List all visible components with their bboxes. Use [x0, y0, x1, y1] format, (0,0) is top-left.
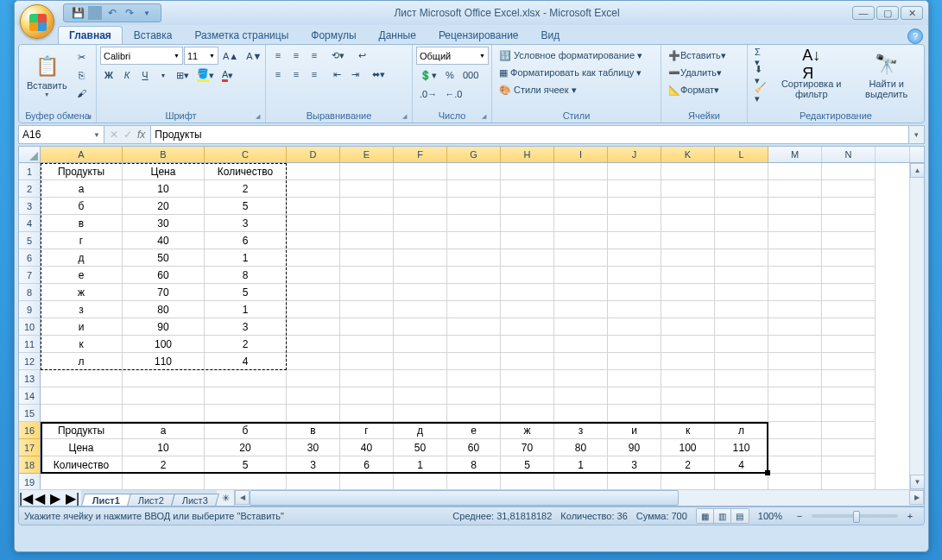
- cell-M18[interactable]: [768, 456, 822, 474]
- currency-button[interactable]: 💲▾: [416, 66, 440, 84]
- cell-G7[interactable]: [447, 267, 501, 284]
- undo-icon[interactable]: ↶: [105, 6, 119, 20]
- cell-C3[interactable]: 5: [205, 198, 287, 215]
- cell-J8[interactable]: [608, 284, 661, 301]
- cell-C17[interactable]: 20: [205, 439, 287, 456]
- cell-C16[interactable]: б: [205, 422, 287, 439]
- cell-C13[interactable]: [205, 370, 287, 387]
- find-select-button[interactable]: 🔭 Найти и выделить: [852, 47, 920, 104]
- cell-F6[interactable]: [394, 249, 447, 267]
- cell-G10[interactable]: [447, 318, 501, 336]
- cell-N3[interactable]: [822, 198, 876, 215]
- cell-D5[interactable]: [287, 232, 340, 249]
- cell-K15[interactable]: [661, 405, 715, 422]
- cell-E11[interactable]: [340, 336, 394, 353]
- cell-M4[interactable]: [768, 215, 822, 232]
- col-header-M[interactable]: M: [768, 147, 822, 162]
- cell-N5[interactable]: [822, 232, 876, 249]
- cell-J14[interactable]: [608, 387, 661, 405]
- ribbon-tab-1[interactable]: Вставка: [123, 26, 184, 44]
- cell-C19[interactable]: [205, 474, 287, 489]
- cell-A15[interactable]: [41, 405, 123, 422]
- cell-H15[interactable]: [501, 405, 554, 422]
- cell-L5[interactable]: [715, 232, 768, 249]
- cell-E7[interactable]: [340, 267, 394, 284]
- cell-N14[interactable]: [822, 387, 876, 405]
- cell-D14[interactable]: [287, 387, 340, 405]
- cell-C14[interactable]: [205, 387, 287, 405]
- cell-H5[interactable]: [501, 232, 554, 249]
- cell-L13[interactable]: [715, 370, 768, 387]
- cell-A10[interactable]: и: [41, 318, 123, 336]
- col-header-E[interactable]: E: [340, 147, 394, 162]
- cell-D7[interactable]: [287, 267, 340, 284]
- cell-A18[interactable]: Количество: [41, 456, 123, 474]
- row-header-13[interactable]: 13: [19, 370, 40, 387]
- orientation-button[interactable]: ⟲▾: [328, 47, 348, 64]
- cell-A5[interactable]: г: [41, 232, 123, 249]
- row-header-16[interactable]: 16: [19, 422, 40, 439]
- col-header-F[interactable]: F: [394, 147, 447, 162]
- cell-I14[interactable]: [554, 387, 608, 405]
- cell-G15[interactable]: [447, 405, 501, 422]
- cell-E2[interactable]: [340, 180, 394, 198]
- cell-D11[interactable]: [287, 336, 340, 353]
- align-right[interactable]: ≡: [306, 66, 323, 83]
- cell-J9[interactable]: [608, 301, 661, 318]
- col-header-J[interactable]: J: [608, 147, 661, 162]
- cell-J10[interactable]: [608, 318, 661, 336]
- cell-E1[interactable]: [340, 163, 394, 180]
- cell-A1[interactable]: Продукты: [41, 163, 123, 180]
- wrap-text-button[interactable]: ↩: [353, 47, 370, 64]
- ribbon-tab-0[interactable]: Главная: [58, 26, 123, 44]
- underline-more[interactable]: ▼: [155, 66, 172, 84]
- cell-D18[interactable]: 3: [287, 456, 340, 474]
- autosum-button[interactable]: Σ ▾: [751, 48, 770, 66]
- col-header-D[interactable]: D: [287, 147, 340, 162]
- cell-L9[interactable]: [715, 301, 768, 318]
- delete-cells-button[interactable]: ➖ Удалить ▾: [665, 64, 743, 81]
- cell-H19[interactable]: [501, 474, 554, 489]
- cell-I9[interactable]: [554, 301, 608, 318]
- cell-E3[interactable]: [340, 198, 394, 215]
- ribbon-tab-3[interactable]: Формулы: [300, 26, 367, 44]
- cell-K11[interactable]: [661, 336, 715, 353]
- name-box[interactable]: A16▼: [18, 125, 104, 144]
- cell-G5[interactable]: [447, 232, 501, 249]
- sheet-tab-2[interactable]: Лист3: [171, 494, 219, 506]
- cell-F19[interactable]: [394, 474, 447, 489]
- cell-G14[interactable]: [447, 387, 501, 405]
- cell-G19[interactable]: [447, 474, 501, 489]
- cell-I12[interactable]: [554, 353, 608, 370]
- cell-B1[interactable]: Цена: [123, 163, 205, 180]
- cell-D15[interactable]: [287, 405, 340, 422]
- cell-K17[interactable]: 100: [661, 439, 715, 456]
- cell-J1[interactable]: [608, 163, 661, 180]
- cell-E8[interactable]: [340, 284, 394, 301]
- cell-J19[interactable]: [608, 474, 661, 489]
- cell-J3[interactable]: [608, 198, 661, 215]
- cell-A14[interactable]: [41, 387, 123, 405]
- cell-J11[interactable]: [608, 336, 661, 353]
- redo-icon[interactable]: ↷: [123, 6, 136, 20]
- cell-B14[interactable]: [123, 387, 205, 405]
- cell-K12[interactable]: [661, 353, 715, 370]
- percent-button[interactable]: %: [441, 66, 458, 84]
- cell-M3[interactable]: [768, 198, 822, 215]
- cell-M15[interactable]: [768, 405, 822, 422]
- cell-D3[interactable]: [287, 198, 340, 215]
- cell-H17[interactable]: 70: [501, 439, 554, 456]
- cell-I16[interactable]: з: [554, 422, 608, 439]
- cell-B5[interactable]: 40: [123, 232, 205, 249]
- cell-K8[interactable]: [661, 284, 715, 301]
- align-bottom[interactable]: ≡: [306, 47, 323, 64]
- cell-G18[interactable]: 8: [447, 456, 501, 474]
- cell-M13[interactable]: [768, 370, 822, 387]
- maximize-button[interactable]: ▢: [876, 6, 899, 20]
- cell-K5[interactable]: [661, 232, 715, 249]
- format-cells-button[interactable]: 📐 Формат ▾: [665, 81, 743, 98]
- ribbon-tab-2[interactable]: Разметка страницы: [183, 26, 300, 44]
- cell-B18[interactable]: 2: [123, 456, 205, 474]
- cell-A4[interactable]: в: [41, 215, 123, 232]
- cell-J12[interactable]: [608, 353, 661, 370]
